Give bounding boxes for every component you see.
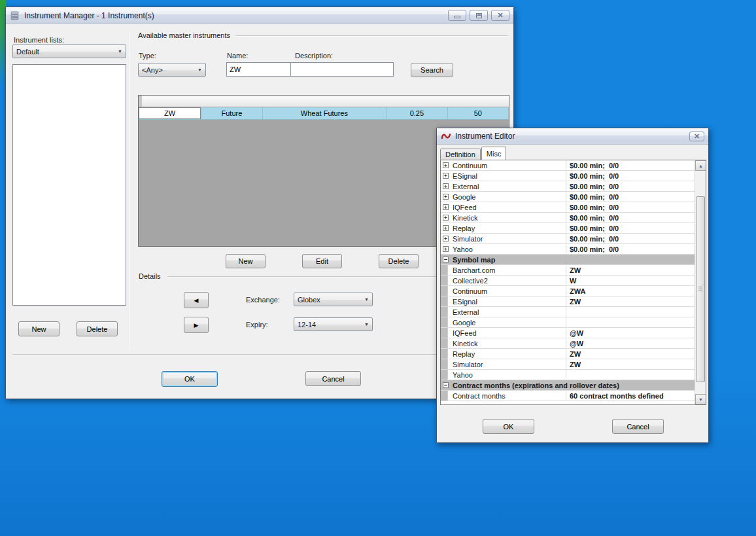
titlebar[interactable]: Instrument Editor ✕ [437,128,708,145]
maximize-button[interactable] [470,10,488,21]
property-name-cell[interactable]: + Kinetick [441,213,566,223]
property-row[interactable]: Google [441,317,695,328]
expand-collapse-icon[interactable]: + [443,236,449,241]
list-item[interactable] [15,109,126,117]
list-item[interactable] [15,152,126,160]
property-value-cell[interactable]: $0.00 min; 0/0 [566,171,695,181]
property-name-cell[interactable]: Simulator [441,359,566,369]
close-button[interactable]: ✕ [491,10,509,21]
master-new-button[interactable]: New [226,254,266,268]
property-value-cell[interactable]: $0.00 min; 0/0 [566,181,695,191]
tab[interactable]: Misc [481,147,507,160]
list-item[interactable] [15,143,126,152]
property-value-cell[interactable]: $0.00 min; 0/0 [566,244,695,254]
list-item[interactable] [15,92,126,100]
list-item[interactable] [15,100,126,109]
property-name-cell[interactable]: Yahoo [441,370,566,380]
list-item[interactable] [15,177,126,186]
expand-collapse-icon[interactable]: + [443,173,449,179]
expand-collapse-icon[interactable]: + [443,194,449,200]
property-name-cell[interactable]: Continuum [441,286,566,296]
table-row[interactable]: ZW Future Wheat Futures 0.25 50 [139,107,509,120]
property-value-cell[interactable]: W [566,276,695,285]
property-name-cell[interactable]: + Google [441,192,566,202]
list-item[interactable] [15,186,126,194]
property-row[interactable]: Contract months 60 contract months defin… [441,391,695,401]
vertical-scrollbar[interactable]: ▲ ▼ [695,160,706,404]
property-name-cell[interactable]: + Yahoo [441,244,566,254]
list-item[interactable] [15,204,126,212]
property-value-cell[interactable]: ZW [566,359,695,369]
property-name-cell[interactable]: + Continuum [441,160,566,170]
instrument-lists-dropdown[interactable]: Default ▼ [12,45,126,58]
property-name-cell[interactable]: Barchart.com [441,265,566,275]
search-button[interactable]: Search [411,63,453,77]
property-value-cell[interactable]: $0.00 min; 0/0 [566,160,695,170]
property-name-cell[interactable]: Replay [441,349,566,359]
property-row[interactable]: Simulator ZW [441,359,695,370]
property-value-cell[interactable]: ZW [566,349,695,359]
close-button[interactable]: ✕ [689,132,704,141]
cell-name[interactable]: ZW [139,107,201,119]
property-row[interactable]: Barchart.com ZW [441,265,695,276]
property-name-cell[interactable]: Google [441,317,566,327]
list-item[interactable] [15,238,126,246]
list-delete-button[interactable]: Delete [77,321,118,336]
type-dropdown[interactable]: <Any> ▼ [138,63,206,77]
column-header[interactable] [141,96,142,107]
instrument-listbox[interactable] [12,64,126,306]
property-row[interactable]: Yahoo [441,370,695,380]
list-item[interactable] [15,280,126,289]
list-item[interactable] [15,221,126,229]
property-name-cell[interactable]: Collective2 [441,276,566,285]
list-item[interactable] [15,118,126,126]
property-row[interactable]: + Replay $0.00 min; 0/0 [441,223,695,234]
property-value-cell[interactable]: 60 contract months defined [566,391,695,401]
property-name-cell[interactable]: + IQFeed [441,202,566,212]
property-row[interactable]: + Continuum $0.00 min; 0/0 [441,160,695,171]
property-name-cell[interactable]: + Simulator [441,234,566,243]
cell-description[interactable]: Wheat Futures [263,107,387,119]
property-row[interactable]: + Yahoo $0.00 min; 0/0 [441,244,695,255]
scroll-down-button[interactable]: ▼ [695,394,706,404]
list-item[interactable] [15,126,126,135]
property-row[interactable]: + Simulator $0.00 min; 0/0 [441,234,695,244]
ok-button[interactable]: OK [162,371,218,387]
description-input[interactable] [290,62,394,77]
list-item[interactable] [15,298,126,306]
expand-collapse-icon[interactable]: − [443,382,449,388]
list-item[interactable] [15,229,126,238]
expand-collapse-icon[interactable]: + [443,204,449,210]
list-item[interactable] [15,75,126,83]
property-row[interactable]: + External $0.00 min; 0/0 [441,181,695,192]
property-value-cell[interactable] [566,307,695,317]
property-name-cell[interactable]: + External [441,181,566,191]
property-row[interactable]: IQFeed @W [441,328,695,338]
expiry-dropdown[interactable]: 12-14 ▼ [294,317,373,331]
cell-tick-size[interactable]: 0.25 [387,107,447,119]
property-value-cell[interactable]: @W [566,338,695,348]
property-value-cell[interactable] [566,317,695,327]
property-row[interactable]: Collective2 W [441,276,695,286]
scrollbar-thumb[interactable] [696,196,705,382]
list-new-button[interactable]: New [18,321,60,336]
list-item[interactable] [15,255,126,263]
expand-collapse-icon[interactable]: + [443,246,449,252]
cell-type[interactable]: Future [201,107,262,119]
property-row[interactable]: External [441,307,695,317]
property-value-cell[interactable]: ZWA [566,286,695,296]
list-item[interactable] [15,66,126,75]
property-row[interactable]: Continuum ZWA [441,286,695,296]
property-name-cell[interactable]: Contract months [441,391,566,401]
expand-collapse-icon[interactable]: − [443,257,449,262]
move-left-button[interactable]: ◀ [184,292,209,308]
list-item[interactable] [15,160,126,169]
property-name-cell[interactable]: + Replay [441,223,566,233]
property-row[interactable]: + IQFeed $0.00 min; 0/0 [441,202,695,213]
property-name-cell[interactable]: Kinetick [441,338,566,348]
list-item[interactable] [15,289,126,297]
property-value-cell[interactable] [566,370,695,380]
editor-ok-button[interactable]: OK [483,419,534,434]
property-name-cell[interactable]: + ESignal [441,171,566,181]
property-name-cell[interactable]: IQFeed [441,328,566,338]
